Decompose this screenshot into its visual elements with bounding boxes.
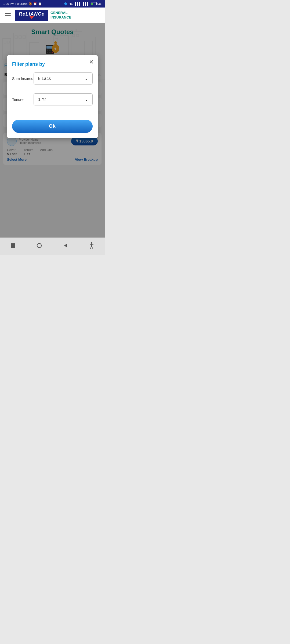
signal-bars-icon: ▌▌▌ (75, 2, 81, 5)
sum-insured-value: 5 Lacs (38, 76, 51, 81)
bluetooth-icon: 🔷 (64, 2, 68, 6)
modal-overlay: Filter plans by ✕ Sum Insured 5 Lacs ⌄ T… (0, 23, 105, 237)
reliance-logo-text: ReLIANCe (19, 11, 45, 17)
tenure-label: Tenure (12, 97, 34, 102)
sum-insured-chevron: ⌄ (85, 76, 88, 81)
accessibility-icon (89, 242, 95, 249)
general-line2: INSURANCE (50, 15, 71, 20)
nav-bar (0, 237, 105, 255)
alarm-icon: ⏰ (33, 2, 37, 6)
nav-square-button[interactable] (5, 241, 21, 252)
svg-point-31 (37, 243, 41, 248)
nav-accessibility-button[interactable] (83, 240, 100, 252)
ok-button[interactable]: Ok (12, 120, 93, 133)
menu-button[interactable] (4, 12, 12, 18)
filter-divider-1 (12, 89, 93, 89)
general-insurance-logo: GENERAL INSURANCE (50, 11, 71, 20)
status-bar-right: 🔷 4G ▌▌▌ ▌▌▌ 31 (64, 2, 102, 6)
reliance-logo: ReLIANCe (15, 10, 48, 21)
sync-icon: 📋 (38, 2, 42, 6)
app-header: ReLIANCe GENERAL INSURANCE (0, 8, 105, 23)
tenure-value: 1 Yr (38, 97, 46, 102)
modal-close-button[interactable]: ✕ (89, 59, 94, 65)
network-speed-value: 0.0KB/s (17, 2, 28, 5)
battery-percent: 31 (98, 2, 102, 5)
network-4g-icon: 4G (69, 2, 73, 5)
battery-icon (91, 2, 97, 5)
svg-rect-30 (11, 243, 15, 248)
svg-line-37 (92, 246, 93, 249)
filter-divider-2 (12, 110, 93, 110)
reliance-triangle (30, 16, 34, 19)
modal-title: Filter plans by (12, 61, 93, 67)
logo-container: ReLIANCe GENERAL INSURANCE (15, 10, 71, 21)
tenure-row: Tenure 1 Yr ⌄ (12, 93, 93, 105)
battery-fill (91, 3, 93, 5)
sum-insured-label: Sum Insured (12, 76, 34, 81)
back-icon (63, 243, 68, 248)
network-speed: | (15, 2, 16, 5)
filter-modal: Filter plans by ✕ Sum Insured 5 Lacs ⌄ T… (7, 55, 98, 138)
status-bar-left: 1:20 PM | 0.0KB/s 🔕 ⏰ 📋 (3, 2, 42, 6)
svg-point-33 (91, 242, 92, 244)
svg-line-36 (90, 246, 92, 249)
mute-icon: 🔕 (28, 2, 32, 6)
svg-marker-32 (64, 244, 67, 247)
time-display: 1:20 PM (3, 2, 14, 5)
general-line1: GENERAL (50, 11, 71, 15)
sum-insured-dropdown[interactable]: 5 Lacs ⌄ (34, 72, 93, 85)
signal-bars-2-icon: ▌▌▌ (83, 2, 89, 5)
main-content: Smart Quotes ₹ Finding the best (0, 23, 105, 237)
square-icon (10, 243, 16, 248)
status-bar: 1:20 PM | 0.0KB/s 🔕 ⏰ 📋 🔷 4G ▌▌▌ ▌▌▌ 31 (0, 0, 105, 8)
nav-home-button[interactable] (31, 241, 48, 252)
nav-back-button[interactable] (57, 241, 74, 252)
tenure-chevron: ⌄ (85, 97, 88, 102)
circle-icon (36, 243, 42, 248)
tenure-dropdown[interactable]: 1 Yr ⌄ (34, 93, 93, 105)
sum-insured-row: Sum Insured 5 Lacs ⌄ (12, 72, 93, 85)
